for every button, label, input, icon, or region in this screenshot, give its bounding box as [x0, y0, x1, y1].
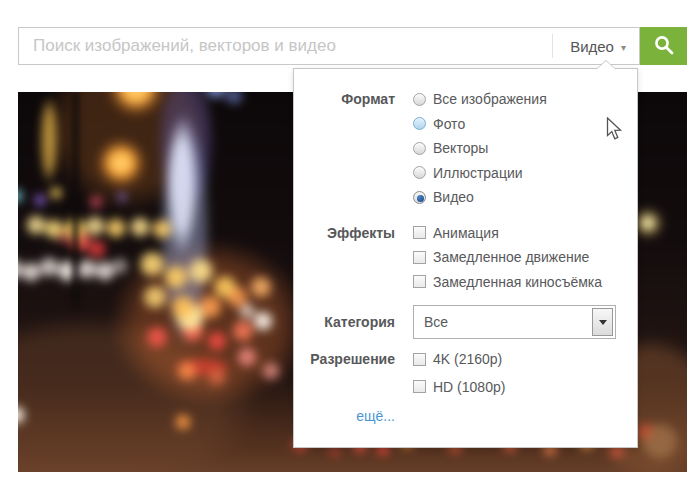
search-bar: Видео ▾ — [18, 27, 640, 65]
checkbox-icon — [413, 226, 426, 239]
radio-option-illustrations[interactable]: Иллюстрации — [413, 161, 547, 186]
search-input[interactable] — [19, 28, 552, 64]
filter-section-label: Разрешение — [294, 347, 395, 399]
filter-section-resolution: Разрешение 4K (2160p) HD (1080p) — [294, 347, 637, 399]
panel-notch-fill — [597, 61, 615, 69]
checkbox-icon — [413, 275, 426, 288]
radio-option-all-images[interactable]: Все изображения — [413, 87, 547, 112]
checkbox-option-time-lapse[interactable]: Замедленная киносъёмка — [413, 270, 602, 295]
filter-section-label: Формат — [294, 87, 395, 210]
radio-icon — [413, 117, 426, 130]
checkbox-option-4k[interactable]: 4K (2160p) — [413, 347, 505, 372]
media-type-dropdown[interactable]: Видео ▾ — [553, 28, 639, 64]
caret-down-icon: ▾ — [621, 42, 626, 53]
checkbox-option-slow-motion[interactable]: Замедленное движение — [413, 245, 602, 270]
filter-panel: Формат Все изображения Фото Векторы Иллю… — [293, 68, 638, 448]
radio-icon — [413, 142, 426, 155]
magnifier-icon — [652, 33, 676, 60]
category-select[interactable]: Все — [413, 305, 616, 339]
checkbox-icon — [413, 380, 426, 393]
filter-section-label: Эффекты — [294, 221, 395, 295]
filter-section-effects: Эффекты Анимация Замедленное движение За… — [294, 221, 637, 295]
radio-option-video[interactable]: Видео — [413, 185, 547, 210]
filter-section-format: Формат Все изображения Фото Векторы Иллю… — [294, 87, 637, 210]
radio-icon — [413, 191, 426, 204]
radio-icon — [413, 93, 426, 106]
radio-option-photo[interactable]: Фото — [413, 112, 547, 137]
radio-icon — [413, 166, 426, 179]
checkbox-icon — [413, 251, 426, 264]
search-button[interactable] — [640, 27, 687, 65]
checkbox-icon — [413, 353, 426, 366]
filter-section-category: Категория Все — [294, 305, 637, 339]
more-filters-link[interactable]: ещё... — [294, 408, 395, 424]
checkbox-option-animation[interactable]: Анимация — [413, 221, 602, 246]
select-arrow-button[interactable] — [592, 308, 613, 336]
radio-option-vectors[interactable]: Векторы — [413, 136, 547, 161]
media-type-value: Видео — [570, 38, 614, 55]
more-filters-row: ещё... — [294, 408, 637, 424]
checkbox-option-hd[interactable]: HD (1080p) — [413, 375, 505, 400]
caret-down-icon — [599, 320, 607, 325]
category-select-value: Все — [414, 314, 592, 330]
page: Видео ▾ Формат Все изображения — [0, 0, 687, 479]
lamp-post — [72, 92, 79, 307]
filter-section-label: Категория — [294, 305, 395, 339]
